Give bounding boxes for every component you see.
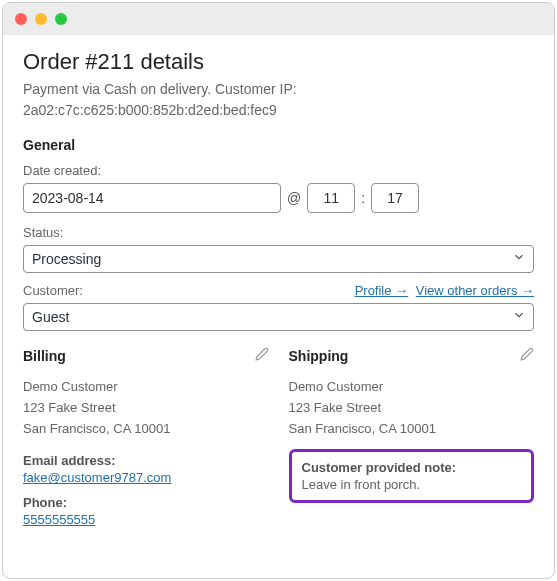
shipping-header-row: Shipping	[289, 347, 535, 365]
date-created-label: Date created:	[23, 163, 534, 178]
shipping-city: San Francisco, CA 10001	[289, 419, 535, 440]
general-header: General	[23, 137, 534, 153]
payment-line1: Payment via Cash on delivery. Customer I…	[23, 81, 297, 97]
billing-header-row: Billing	[23, 347, 269, 365]
payment-info: Payment via Cash on delivery. Customer I…	[23, 79, 534, 121]
customer-label: Customer:	[23, 283, 83, 298]
email-link[interactable]: fake@customer9787.com	[23, 470, 171, 485]
address-columns: Billing Demo Customer 123 Fake Street Sa…	[23, 347, 534, 537]
billing-city: San Francisco, CA 10001	[23, 419, 269, 440]
edit-billing-icon[interactable]	[255, 347, 269, 365]
shipping-header: Shipping	[289, 348, 349, 364]
page-title: Order #211 details	[23, 49, 534, 75]
view-other-orders-link[interactable]: View other orders →	[416, 283, 534, 298]
customer-note-box: Customer provided note: Leave in front p…	[289, 449, 535, 503]
note-text: Leave in front porch.	[302, 477, 522, 492]
phone-link[interactable]: 5555555555	[23, 512, 95, 527]
close-icon[interactable]	[15, 13, 27, 25]
hour-input[interactable]	[307, 183, 355, 213]
status-row: Status: Processing	[23, 225, 534, 273]
note-label: Customer provided note:	[302, 460, 522, 475]
shipping-name: Demo Customer	[289, 377, 535, 398]
date-row: @ :	[23, 183, 534, 213]
billing-name: Demo Customer	[23, 377, 269, 398]
customer-label-row: Customer: Profile → View other orders →	[23, 283, 534, 298]
shipping-street: 123 Fake Street	[289, 398, 535, 419]
customer-select[interactable]: Guest	[23, 303, 534, 331]
titlebar	[3, 3, 554, 35]
phone-label: Phone:	[23, 495, 269, 510]
order-window: Order #211 details Payment via Cash on d…	[2, 2, 555, 579]
profile-link[interactable]: Profile →	[355, 283, 408, 298]
shipping-column: Shipping Demo Customer 123 Fake Street S…	[289, 347, 535, 537]
status-select-wrap: Processing	[23, 245, 534, 273]
maximize-icon[interactable]	[55, 13, 67, 25]
shipping-address: Demo Customer 123 Fake Street San Franci…	[289, 377, 535, 439]
customer-ip: 2a02:c7c:c625:b000:852b:d2ed:bed:fec9	[23, 102, 277, 118]
status-select[interactable]: Processing	[23, 245, 534, 273]
content-area: Order #211 details Payment via Cash on d…	[3, 35, 554, 551]
email-label: Email address:	[23, 453, 269, 468]
minimize-icon[interactable]	[35, 13, 47, 25]
billing-address: Demo Customer 123 Fake Street San Franci…	[23, 377, 269, 439]
billing-street: 123 Fake Street	[23, 398, 269, 419]
email-value: fake@customer9787.com	[23, 470, 269, 485]
billing-header: Billing	[23, 348, 66, 364]
edit-shipping-icon[interactable]	[520, 347, 534, 365]
customer-links: Profile → View other orders →	[355, 283, 534, 298]
billing-column: Billing Demo Customer 123 Fake Street Sa…	[23, 347, 269, 537]
time-colon: :	[361, 190, 365, 206]
date-created-input[interactable]	[23, 183, 281, 213]
customer-select-wrap: Guest	[23, 303, 534, 331]
phone-value: 5555555555	[23, 512, 269, 527]
status-label: Status:	[23, 225, 534, 240]
at-symbol: @	[287, 190, 301, 206]
minute-input[interactable]	[371, 183, 419, 213]
customer-row: Guest	[23, 303, 534, 331]
